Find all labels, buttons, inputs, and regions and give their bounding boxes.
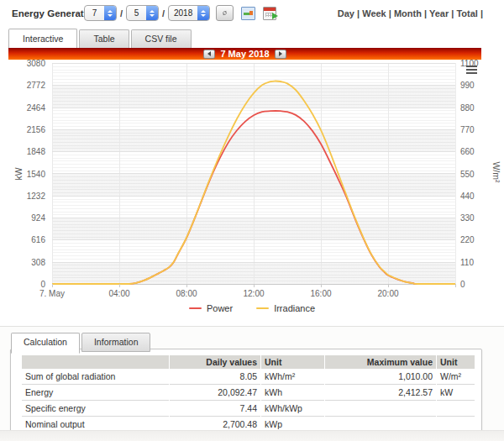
left-axis-tick-label: 308 [2,258,45,267]
left-axis-tick-label: 924 [2,213,45,223]
row-label: Sum of global radiation [22,369,169,385]
row-label: Energy [22,385,169,401]
right-axis-tick-label: 330 [460,213,475,223]
table-cell: 7.44 [170,401,260,417]
chart-area: 03086169241232154018482156246427723080 0… [0,60,504,326]
series-line-irradiance[interactable] [52,81,455,285]
right-axis-tick-label: 660 [460,147,475,156]
period-link-total[interactable]: Total [456,8,477,18]
day-select-value: 7 [85,8,104,18]
tab-calculation[interactable]: Calculation [11,333,80,354]
period-link-week[interactable]: Week [362,8,386,18]
x-axis-tickmark [388,284,389,287]
top-bar: Energy Generation 7 / 5 / 2018 [0,0,504,28]
month-select-value: 5 [127,8,146,18]
select-stepper-icon[interactable] [197,6,209,20]
mini-chart-icon [241,7,255,20]
x-axis-tick-label: 08:00 [176,289,197,298]
row-label: Specific energy [22,401,169,417]
x-axis-tickmark [52,284,53,287]
left-axis-tick-label: 1540 [2,170,45,179]
year-select[interactable]: 2018 [168,5,210,21]
x-axis-tickmark [455,284,456,287]
tab-information[interactable]: Information [81,333,151,352]
right-axis-tick-label: 110 [460,258,474,267]
left-axis-title: kW [13,167,24,180]
banner-date-label: 7 May 2018 [220,48,269,60]
table-cell: kW [437,385,475,401]
bottom-section: CalculationInformation Daily valuesUnitM… [0,326,504,431]
calc-tab-bar: CalculationInformation [11,333,152,352]
year-select-value: 2018 [169,8,197,18]
previous-day-button[interactable] [203,50,215,59]
main-tab-bar: InteractiveTableCSV file [8,29,193,48]
table-cell: kWh/m² [261,369,324,385]
page-footer [0,430,504,441]
plot-area[interactable] [52,63,456,285]
series-line-power[interactable] [52,111,455,284]
date-banner: 7 May 2018 [8,48,481,60]
table-cell: 1,010.00 [325,369,436,385]
legend-swatch-irradiance [256,307,269,309]
legend-item-irradiance[interactable]: Irradiance [256,303,315,313]
separator: | [422,8,429,18]
calendar-export-button[interactable] [262,6,277,21]
right-axis-tick-label: 770 [460,125,475,134]
left-axis-tick-label: 3080 [2,59,45,68]
column-header: Daily values [170,355,260,369]
column-header: Unit [261,355,324,369]
separator: | [449,8,456,18]
month-select[interactable]: 5 [126,5,159,21]
left-axis-tick-label: 0 [2,280,45,289]
x-axis-tickmark [119,284,120,287]
refresh-icon [222,8,228,18]
left-axis-tick-label: 1848 [2,147,45,156]
calculation-panel: Daily valuesUnitMaximum valueUnitSum of … [10,349,482,432]
chart-menu-icon[interactable] [466,66,477,76]
tab-interactive[interactable]: Interactive [8,29,77,48]
table-row: Energy20,092.47kWh2,412.57kW [22,385,475,401]
period-link-month[interactable]: Month [394,8,422,18]
table-row: Specific energy7.44kWh/kWp [22,401,475,417]
column-header: Unit [437,355,475,369]
column-header [22,355,169,369]
tab-table[interactable]: Table [79,29,129,48]
refresh-button[interactable] [216,5,234,21]
right-arrow-icon [279,51,282,56]
period-link-day[interactable]: Day [338,8,354,18]
right-axis-tick-label: 440 [460,192,475,201]
series-lines [52,63,455,284]
left-axis-tick-label: 2772 [2,81,45,90]
legend-label: Power [207,303,233,313]
table-cell: kWh/kWp [261,401,324,417]
table-cell: 2,412.57 [325,385,436,401]
day-select[interactable]: 7 [84,5,117,21]
select-stepper-icon[interactable] [146,6,158,20]
table-cell [437,401,475,417]
select-stepper-icon[interactable] [104,6,116,20]
x-axis-tick-label: 16:00 [310,289,331,298]
right-axis-tick-label: 990 [460,81,475,90]
x-axis-tickmark [321,284,322,287]
legend-swatch-power [189,307,202,309]
table-cell: W/m² [437,369,475,385]
table-cell [325,401,436,417]
separator: | [386,8,394,18]
x-axis-tick-label: 7. May [39,289,65,298]
left-arrow-icon [207,51,211,56]
diagram-view-button[interactable] [240,6,255,21]
x-axis-tickmark [186,284,187,287]
period-link-year[interactable]: Year [429,8,449,18]
legend-item-power[interactable]: Power [189,303,233,313]
date-controls: 7 / 5 / 2018 [84,5,277,21]
date-separator: / [162,8,165,18]
period-nav: Day | Week | Month | Year | Total | [338,8,483,18]
x-axis-tick-label: 12:00 [243,289,264,298]
tab-csv-file[interactable]: CSV file [131,29,192,48]
left-axis-tick-label: 1232 [2,192,45,201]
next-day-button[interactable] [275,50,286,59]
table-cell: 20,092.47 [170,385,260,401]
chart-legend: PowerIrradiance [0,303,504,313]
right-axis-tick-label: 0 [460,280,465,289]
x-axis-tickmark [254,284,255,287]
